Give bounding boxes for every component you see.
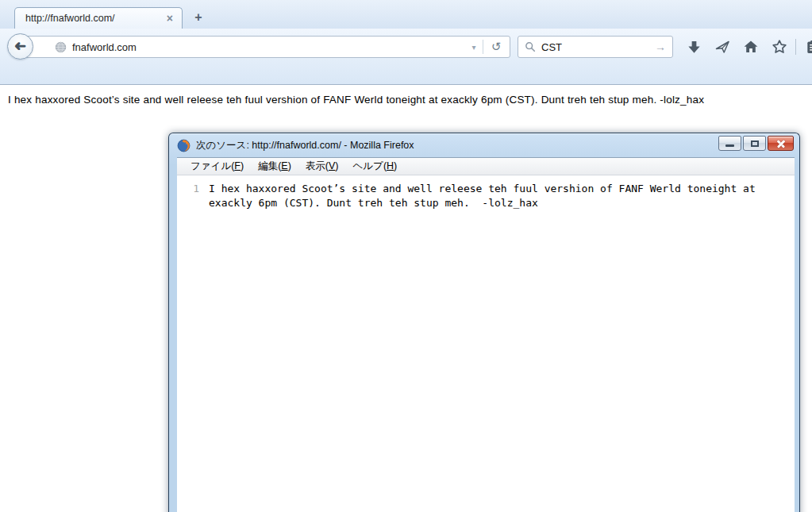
url-controls: ▾ ↻	[464, 37, 510, 57]
search-go-icon[interactable]: →	[655, 40, 666, 53]
tab-close-icon[interactable]: ×	[164, 13, 175, 24]
minimize-icon	[725, 144, 734, 147]
minimize-button[interactable]	[718, 136, 741, 151]
send-icon[interactable]	[714, 38, 731, 56]
url-bar[interactable]: fnafworld.com ▾ ↻	[21, 36, 510, 58]
download-icon[interactable]	[685, 38, 702, 56]
star-icon[interactable]	[771, 38, 788, 56]
window-title: 次のソース: http://fnafworld.com/ - Mozilla F…	[196, 139, 414, 152]
close-button[interactable]	[768, 136, 794, 151]
menu-file[interactable]: ファイル(F)	[183, 160, 251, 173]
close-icon	[776, 139, 786, 148]
firefox-icon	[177, 139, 190, 152]
navigation-bar: ➜ fnafworld.com ▾ ↻ CST	[0, 29, 812, 85]
search-icon	[525, 41, 536, 52]
window-titlebar[interactable]: 次のソース: http://fnafworld.com/ - Mozilla F…	[169, 133, 799, 157]
back-button[interactable]: ➜	[7, 33, 33, 60]
view-source-window: 次のソース: http://fnafworld.com/ - Mozilla F…	[168, 133, 800, 512]
menu-help[interactable]: ヘルプ(H)	[346, 160, 405, 173]
line-number: 1	[177, 182, 209, 210]
menu-edit[interactable]: 編集(E)	[251, 160, 298, 173]
search-bar[interactable]: CST →	[518, 36, 673, 58]
back-arrow-icon: ➜	[14, 37, 26, 55]
tab-fnafworld[interactable]: http://fnafworld.com/ ×	[14, 7, 183, 29]
tab-strip: http://fnafworld.com/ × +	[0, 0, 812, 29]
bookmarks-list-icon[interactable]	[803, 38, 812, 56]
toolbar-icons	[679, 38, 812, 56]
url-text[interactable]: fnafworld.com	[72, 41, 464, 53]
url-dropdown-icon[interactable]: ▾	[464, 43, 483, 52]
menu-view[interactable]: 表示(V)	[298, 160, 346, 173]
maximize-icon	[751, 141, 759, 147]
tab-title: http://fnafworld.com/	[25, 13, 164, 24]
maximize-button[interactable]	[743, 136, 766, 151]
screenshot-root: http://fnafworld.com/ × + ➜ fnafworld.co…	[0, 0, 812, 512]
home-icon[interactable]	[742, 38, 760, 56]
globe-icon	[55, 41, 67, 53]
new-tab-button[interactable]: +	[190, 10, 206, 25]
source-code-area[interactable]: 1 I hex haxxored Scoot’s site and well r…	[177, 175, 795, 210]
window-controls	[718, 136, 794, 151]
search-input[interactable]: CST	[541, 41, 655, 53]
source-text: I hex haxxored Scoot’s site and well rel…	[209, 182, 782, 210]
window-body: ファイル(F) 編集(E) 表示(V) ヘルプ(H) 1 I hex haxxo…	[177, 157, 795, 512]
reload-icon[interactable]: ↻	[483, 40, 510, 54]
menu-bar: ファイル(F) 編集(E) 表示(V) ヘルプ(H)	[177, 158, 795, 175]
page-body-text: I hex haxxored Scoot’s site and well rel…	[8, 94, 806, 106]
toolbar-separator	[795, 39, 796, 55]
